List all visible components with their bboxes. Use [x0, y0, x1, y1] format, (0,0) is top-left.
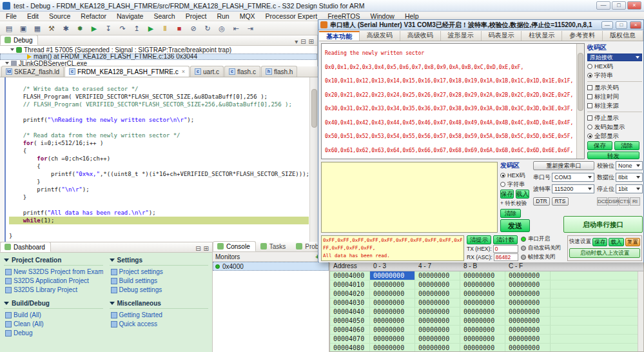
scrollbar-thumb[interactable]: [311, 89, 317, 128]
baud-dropdown[interactable]: 115200: [552, 184, 594, 193]
memory-cell[interactable]: 00000000: [370, 344, 415, 352]
prev-annotation-icon[interactable]: ⇤: [229, 23, 242, 34]
parity-dropdown[interactable]: None: [616, 161, 643, 170]
memory-cell[interactable]: 00000000: [370, 280, 415, 289]
rescan-ports-button[interactable]: 重新搜索串口: [533, 161, 594, 170]
serial-tab[interactable]: 码表显示: [482, 31, 522, 41]
stopbits-dropdown[interactable]: 1bit: [616, 184, 643, 193]
mark-time-checkbox[interactable]: 标注时间: [587, 93, 642, 101]
dashboard-link[interactable]: Debug: [4, 328, 103, 337]
open-serial-port-button[interactable]: 启动串行接口: [563, 216, 643, 233]
dtr-toggle[interactable]: DTR: [533, 197, 550, 206]
section-header[interactable]: Settings: [110, 255, 209, 266]
menu-item[interactable]: Navigate: [112, 12, 148, 20]
memory-cell[interactable]: 00000000: [370, 271, 415, 280]
memory-cell[interactable]: 00000000: [415, 298, 460, 307]
memory-cell[interactable]: 00000000: [415, 280, 460, 289]
serial-tab[interactable]: 高级发码: [360, 31, 400, 41]
show-code-checkbox[interactable]: 显示关码: [587, 84, 642, 92]
serial-tab[interactable]: 高级收码: [400, 31, 441, 41]
receive-display[interactable]: Reading the newly written sector0x0,0x1,…: [321, 43, 585, 159]
menu-item[interactable]: Source: [44, 12, 75, 20]
serial-maximize-button[interactable]: □: [616, 21, 627, 29]
serial-tab[interactable]: 柱状显示: [522, 31, 562, 41]
memory-cell[interactable]: 00000000: [460, 344, 505, 352]
debug-thread-row[interactable]: Thread #1 57005 (Suspended : Signal : SI…: [0, 46, 317, 54]
maximize-panel-icon[interactable]: ⊞: [309, 38, 314, 45]
memory-cell[interactable]: 00000000: [415, 317, 460, 325]
send-log-box[interactable]: 0xFF,0xFF,0xFF,0xFF,0xFF,0xFF,0xFF,0xFF,…: [321, 235, 464, 261]
stop-display-checkbox[interactable]: 停止显示: [587, 114, 642, 122]
clear-count-button[interactable]: 清计数: [493, 235, 518, 244]
serial-close-button[interactable]: ×: [630, 21, 641, 29]
memory-row[interactable]: 0000405000000000000000000000000000000000: [330, 317, 643, 326]
tab-dashboard[interactable]: Dashboard: [0, 242, 51, 252]
memory-cell[interactable]: 00000000: [505, 308, 551, 316]
close-button[interactable]: ×: [627, 1, 641, 10]
memory-cell[interactable]: 00000000: [415, 289, 460, 298]
mark-source-checkbox[interactable]: 标注来源: [587, 102, 642, 110]
maximize-panel-icon[interactable]: ⊞: [204, 245, 209, 252]
send-input-box[interactable]: [321, 162, 498, 233]
memory-cell[interactable]: 00000000: [505, 344, 551, 352]
serial-tab[interactable]: 参考资料: [562, 31, 603, 41]
memory-cell[interactable]: 00000000: [460, 335, 505, 343]
run-icon[interactable]: ▶: [88, 23, 101, 34]
memory-cell[interactable]: 00000000: [370, 298, 415, 307]
minimize-button[interactable]: —: [596, 1, 610, 10]
dashboard-link[interactable]: S32DS Library Project: [4, 285, 103, 294]
save-icon[interactable]: ▣: [17, 23, 30, 34]
restart-icon[interactable]: ↻: [201, 23, 214, 34]
receive-scrollbar[interactable]: [576, 44, 584, 159]
dashboard-link[interactable]: S32DS Application Project: [4, 276, 103, 285]
rts-toggle[interactable]: RTS: [552, 197, 569, 206]
memory-cell[interactable]: 00000000: [505, 280, 551, 289]
receive-save-button[interactable]: 保存: [587, 141, 612, 150]
send-string-radio[interactable]: 字符串: [500, 181, 530, 188]
dashboard-link[interactable]: Clean (All): [4, 319, 103, 328]
dashboard-link[interactable]: Build (All): [4, 310, 103, 319]
receive-forward-button[interactable]: 转发: [587, 152, 639, 159]
dashboard-link[interactable]: Debug settings: [110, 285, 209, 294]
memory-cell[interactable]: 00000000: [505, 317, 551, 325]
quick-load-button[interactable]: 载入: [609, 238, 623, 246]
clear-hint-button[interactable]: 清提示: [467, 235, 491, 244]
memory-cell[interactable]: 00000000: [460, 271, 505, 280]
receive-hex-radio[interactable]: HEX码: [587, 63, 642, 70]
memory-cell[interactable]: 00000000: [460, 298, 505, 307]
memory-cell[interactable]: 00000000: [370, 326, 415, 334]
dashboard-link[interactable]: New S32DS Project from Example: [4, 267, 103, 276]
memory-cell[interactable]: 00000000: [460, 308, 505, 316]
memory-scrollbar[interactable]: [638, 271, 643, 351]
serial-tab[interactable]: 基本功能: [319, 31, 360, 41]
maximize-button[interactable]: □: [612, 1, 626, 10]
dashboard-link[interactable]: Getting Started: [110, 310, 209, 319]
tab-debug[interactable]: Debug: [0, 35, 38, 45]
save-all-icon[interactable]: ▦: [31, 23, 44, 34]
editor-tab[interactable]: cuart.c×: [190, 66, 224, 77]
editor-scrollbar[interactable]: [309, 77, 318, 242]
memory-cell[interactable]: 00000000: [415, 326, 460, 334]
memory-cell[interactable]: 00000000: [505, 335, 551, 343]
receive-mode-dropdown[interactable]: 原始接收: [587, 54, 642, 61]
send-save-button[interactable]: 保存: [500, 190, 514, 199]
menu-item[interactable]: Run: [212, 12, 233, 20]
serial-tab[interactable]: 版权信息: [603, 31, 643, 41]
dashboard-link[interactable]: Quick access: [110, 319, 209, 328]
send-hex-radio[interactable]: HEX码: [500, 171, 530, 179]
resume-icon[interactable]: ▶: [144, 23, 157, 34]
menu-item[interactable]: Edit: [23, 12, 43, 20]
memory-row[interactable]: 0000406000000000000000000000000000000000: [330, 326, 643, 335]
menu-item[interactable]: Refactor: [76, 12, 111, 20]
next-annotation-icon[interactable]: ⇥: [244, 23, 257, 34]
serial-tab[interactable]: 波形显示: [441, 31, 482, 41]
serial-titlebar[interactable]: 串口猎人 (Serial Hunter) V31 COM3已经开启！波特率,校验…: [318, 20, 643, 30]
terminate-icon[interactable]: ■: [173, 23, 186, 34]
search-icon[interactable]: ◎: [215, 23, 228, 34]
dashboard-link[interactable]: Project settings: [110, 267, 209, 276]
console-tab[interactable]: Console: [213, 241, 256, 251]
show-all-radio[interactable]: 全部显示: [587, 132, 642, 140]
editor-tab[interactable]: hflash.h×: [261, 66, 297, 77]
quick-save-button[interactable]: 保存: [592, 238, 607, 246]
send-clear-button[interactable]: 清除: [500, 209, 521, 218]
